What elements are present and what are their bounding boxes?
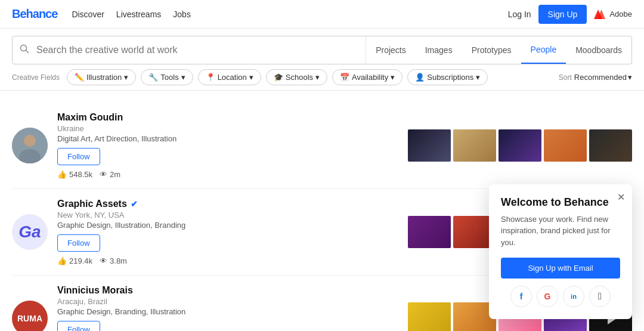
nav-jobs[interactable]: Jobs <box>173 10 191 19</box>
filter-schools-label: Schools <box>286 73 313 82</box>
views-stat: 👁 2m <box>100 170 120 179</box>
adobe-logo: Adobe <box>594 10 632 19</box>
svg-line-3 <box>26 51 29 53</box>
tab-images[interactable]: Images <box>416 36 462 64</box>
search-section: Projects Images Prototypes People Moodbo… <box>0 29 644 91</box>
filter-schools[interactable]: 🎓 Schools ▾ <box>266 69 327 85</box>
sort-section: Sort Recommended ▾ <box>559 73 632 82</box>
person-stats: 👍 219.4k 👁 3.8m <box>57 256 398 265</box>
location-icon: 📍 <box>206 73 215 82</box>
name-text: Maxim Goudin <box>57 112 123 123</box>
person-info: Vinnicius Morais Aracaju, Brazil Graphic… <box>57 285 398 331</box>
likes-stat: 👍 219.4k <box>57 256 92 265</box>
google-social-button[interactable]: G <box>537 286 558 307</box>
eye-icon: 👁 <box>100 256 107 265</box>
chevron-down-icon-6: ▾ <box>476 73 480 82</box>
person-name: Maxim Goudin <box>57 112 398 123</box>
signup-button[interactable]: Sign Up <box>538 5 587 24</box>
header: Behance Discover Livestreams Jobs Log In… <box>0 0 644 29</box>
person-tags: Graphic Design, Illustration, Branding <box>57 221 398 230</box>
sort-value[interactable]: Recommended ▾ <box>574 73 632 82</box>
person-row: Maxim Goudin Ukraine Digital Art, Art Di… <box>12 103 632 189</box>
views-count: 2m <box>110 170 120 179</box>
follow-button[interactable]: Follow <box>57 234 100 252</box>
likes-stat: 👍 548.5k <box>57 170 92 179</box>
filter-illustration[interactable]: ✏️ Illustration ▾ <box>67 69 136 85</box>
welcome-popup: ✕ Welcome to Behance Showcase your work.… <box>489 184 632 320</box>
filter-availability-label: Availability <box>352 73 388 82</box>
sort-label: Sort <box>559 73 572 82</box>
ruma-logo: RUMA <box>17 314 42 323</box>
person-name: Vinnicius Morais <box>57 285 398 296</box>
ga-logo: Ga <box>18 222 41 242</box>
tab-people[interactable]: People <box>521 36 566 64</box>
search-icon <box>13 44 36 56</box>
avatar: RUMA <box>12 301 48 331</box>
behance-logo[interactable]: Behance <box>12 7 57 21</box>
tools-icon: 🔧 <box>148 73 158 82</box>
header-right: Log In Sign Up Adobe <box>508 5 632 24</box>
person-tags: Digital Art, Art Direction, Illustration <box>57 134 398 143</box>
chevron-down-icon-4: ▾ <box>315 73 320 82</box>
search-bar: Projects Images Prototypes People Moodbo… <box>12 36 632 64</box>
chevron-down-icon-5: ▾ <box>391 73 395 82</box>
work-thumbnail[interactable] <box>589 129 632 162</box>
filter-availability[interactable]: 📅 Availability ▾ <box>332 69 402 85</box>
like-icon: 👍 <box>57 170 67 179</box>
work-thumbnail[interactable] <box>544 129 587 162</box>
filter-tools[interactable]: 🔧 Tools ▾ <box>141 69 193 85</box>
popup-social: f G in  <box>501 286 620 307</box>
tab-projects[interactable]: Projects <box>366 36 416 64</box>
nav-discover[interactable]: Discover <box>72 10 104 19</box>
login-button[interactable]: Log In <box>508 10 531 19</box>
search-input[interactable] <box>36 36 366 64</box>
work-thumbnail[interactable] <box>408 129 451 162</box>
likes-count: 548.5k <box>69 170 92 179</box>
work-thumbnail[interactable] <box>499 129 541 162</box>
apple-social-button[interactable]:  <box>589 286 611 307</box>
work-thumbnail[interactable] <box>453 129 496 162</box>
person-tags: Graphic Design, Branding, Illustration <box>57 307 398 316</box>
avatar <box>12 128 48 163</box>
work-thumbnail[interactable] <box>408 302 451 331</box>
eye-icon: 👁 <box>100 170 107 179</box>
name-text: Graphic Assets <box>57 199 127 209</box>
tab-prototypes[interactable]: Prototypes <box>462 36 521 64</box>
chevron-down-icon-2: ▾ <box>181 73 185 82</box>
person-location: Aracaju, Brazil <box>57 297 398 306</box>
filter-subscriptions-label: Subscriptions <box>427 73 473 82</box>
person-location: Ukraine <box>57 124 398 133</box>
nav-livestreams[interactable]: Livestreams <box>116 10 161 19</box>
name-text: Vinnicius Morais <box>57 285 133 296</box>
follow-button[interactable]: Follow <box>57 321 100 331</box>
linkedin-social-button[interactable]: in <box>563 286 584 307</box>
filter-location-label: Location <box>218 73 247 82</box>
verified-icon: ✔ <box>131 199 138 209</box>
filter-subscriptions[interactable]: 👤 Subscriptions ▾ <box>407 69 488 85</box>
chevron-down-icon-3: ▾ <box>249 73 253 82</box>
work-thumbnail[interactable] <box>408 216 451 248</box>
popup-close-button[interactable]: ✕ <box>617 191 625 203</box>
availability-icon: 📅 <box>340 73 349 82</box>
person-info: Graphic Assets ✔ New York, NY, USA Graph… <box>57 199 398 265</box>
person-info: Maxim Goudin Ukraine Digital Art, Art Di… <box>57 112 398 179</box>
schools-icon: 🎓 <box>274 73 283 82</box>
filter-location[interactable]: 📍 Location ▾ <box>198 69 261 85</box>
illustration-icon: ✏️ <box>75 73 84 82</box>
popup-title: Welcome to Behance <box>501 196 620 209</box>
person-name: Graphic Assets ✔ <box>57 199 398 209</box>
person-work <box>408 129 632 162</box>
tab-moodboards[interactable]: Moodboards <box>566 36 631 64</box>
views-stat: 👁 3.8m <box>100 256 127 265</box>
filter-illustration-label: Illustration <box>86 73 122 82</box>
adobe-icon <box>594 10 606 19</box>
filter-row: Creative Fields ✏️ Illustration ▾ 🔧 Tool… <box>12 64 632 90</box>
person-stats: 👍 548.5k 👁 2m <box>57 170 398 179</box>
popup-signup-button[interactable]: Sign Up with Email <box>501 258 620 279</box>
follow-button[interactable]: Follow <box>57 148 100 165</box>
avatar: Ga <box>12 214 48 250</box>
likes-count: 219.4k <box>69 256 92 265</box>
search-tabs: Projects Images Prototypes People Moodbo… <box>366 36 631 64</box>
svg-point-5 <box>24 135 36 147</box>
facebook-social-button[interactable]: f <box>510 286 532 307</box>
